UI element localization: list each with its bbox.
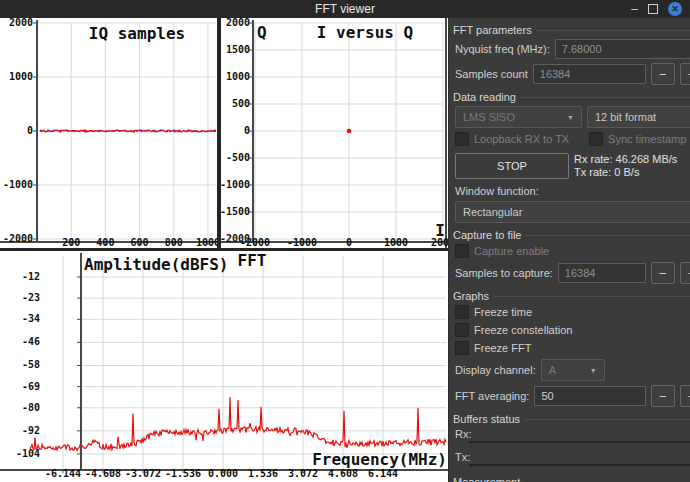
main-area: 2004006008001000200010000-1000-2000IQ sa… [0, 18, 690, 482]
x-tick-label: 1000 [384, 237, 408, 248]
samples-to-capture-decrement-button[interactable]: − [651, 262, 675, 284]
y-tick-label: -1000 [221, 179, 250, 190]
y-tick-label: -500 [226, 152, 250, 163]
window-function-select[interactable]: Rectangular ▼ [455, 201, 690, 223]
freeze-constellation-checkbox[interactable] [455, 323, 469, 337]
fft-plot[interactable]: -6.144-4.608-3.072-1.5360.0001.5363.0724… [0, 251, 448, 482]
y-axis-label: Amplitude(dBFS) [84, 255, 229, 274]
fft-averaging-input[interactable]: 50 [534, 386, 645, 406]
plots-column: 2004006008001000200010000-1000-2000IQ sa… [0, 18, 448, 482]
plot-title: FFT [238, 251, 267, 270]
rx-buffer-label: Rx: [455, 428, 472, 440]
sync-timestamp-checkbox[interactable] [589, 132, 603, 146]
section-data-reading: Data reading [453, 91, 690, 103]
stop-button[interactable]: STOP [455, 153, 569, 179]
window-buttons: – ✕ [631, 2, 690, 16]
title-bar[interactable]: FFT viewer – ✕ [0, 0, 690, 18]
fft-averaging-increment-button[interactable]: + [680, 385, 690, 407]
nyquist-freq-input[interactable]: 7.68000 [555, 39, 690, 59]
x-tick-label: 1000 [196, 237, 217, 248]
y-tick-label: -34 [22, 313, 40, 324]
chevron-down-icon: ▼ [567, 114, 574, 121]
constellation-point [347, 129, 351, 133]
x-tick-label: 4.608 [328, 468, 358, 479]
y-tick-label: -46 [22, 336, 40, 347]
tx-rate-text: Tx rate: 0 B/s [574, 166, 677, 179]
device-select[interactable]: LMS SISO ▼ [455, 106, 582, 128]
window-title: FFT viewer [0, 2, 690, 16]
plot-title: I versus Q [317, 23, 413, 42]
y-tick-label: -69 [22, 381, 40, 392]
x-axis-label: I [435, 221, 445, 240]
freeze-fft-checkbox[interactable] [455, 341, 469, 355]
y-tick-label: -1500 [221, 206, 250, 217]
y-axis-label: Q [257, 23, 267, 42]
tx-buffer-label: Tx: [455, 451, 470, 463]
x-tick-label: -3.072 [125, 468, 161, 479]
sync-timestamp-label: Sync timestamp [608, 133, 690, 145]
control-panel: FFT parameters Nyquist freq (MHz): 7.680… [448, 18, 690, 482]
y-tick-label: -92 [22, 425, 40, 436]
y-tick-label: 2000 [226, 18, 250, 28]
y-tick-label: 0 [244, 125, 250, 136]
display-channel-label: Display channel: [455, 364, 536, 376]
plot-title: IQ samples [89, 24, 185, 43]
x-tick-label: 3.072 [288, 468, 318, 479]
y-tick-label: 500 [232, 98, 250, 109]
iq-samples-plot[interactable]: 2004006008001000200010000-1000-2000IQ sa… [0, 18, 217, 248]
x-tick-label: -4.608 [85, 468, 121, 479]
freeze-fft-label: Freeze FFT [474, 342, 531, 354]
section-capture-to-file: Capture to file [453, 229, 690, 241]
y-tick-label: 1000 [226, 71, 250, 82]
y-tick-label: -1000 [3, 179, 33, 190]
stream-rates: Rx rate: 46.268 MB/s Tx rate: 0 B/s [574, 153, 677, 179]
x-tick-label: 0 [346, 237, 352, 248]
x-tick-label: 600 [131, 237, 149, 248]
y-tick-label: -2000 [3, 233, 33, 244]
section-title: Measurement [453, 476, 520, 482]
x-tick-label: 200 [62, 237, 80, 248]
section-title: Buffers status [453, 413, 520, 425]
section-fft-parameters: FFT parameters [453, 24, 690, 36]
sample-format-select[interactable]: 12 bit format ▼ [587, 106, 690, 128]
fft-averaging-label: FFT averaging: [455, 390, 529, 402]
close-button[interactable]: ✕ [668, 2, 682, 16]
top-plots: 2004006008001000200010000-1000-2000IQ sa… [0, 18, 448, 248]
freeze-constellation-label: Freeze constellation [474, 324, 572, 336]
capture-enable-label: Capture enable [474, 245, 549, 257]
samples-to-capture-input[interactable]: 16384 [558, 263, 646, 283]
x-axis-label: Frequency(MHz) [312, 450, 447, 469]
section-measurement: Measurement [453, 476, 690, 482]
maximize-button[interactable] [648, 4, 658, 14]
fft-averaging-decrement-button[interactable]: − [651, 385, 675, 407]
freeze-time-checkbox[interactable] [455, 305, 469, 319]
loopback-label: Loopback RX to TX [474, 133, 584, 145]
section-title: FFT parameters [453, 24, 532, 36]
y-tick-label: -80 [22, 402, 40, 413]
y-tick-label: -2000 [221, 233, 250, 244]
rx-buffer-progress [469, 441, 690, 443]
y-tick-label: 1000 [9, 71, 33, 82]
nyquist-freq-label: Nyquist freq (MHz): [455, 43, 550, 55]
section-title: Graphs [453, 290, 489, 302]
samples-count-decrement-button[interactable]: − [651, 63, 675, 85]
x-tick-label: 400 [96, 237, 114, 248]
y-tick-label: -12 [22, 271, 40, 282]
minimize-button[interactable]: – [631, 5, 638, 13]
y-tick-label: -23 [22, 292, 40, 303]
x-tick-label: 1.536 [248, 468, 278, 479]
loopback-checkbox[interactable] [455, 132, 469, 146]
y-tick-label: 0 [27, 125, 33, 136]
capture-enable-checkbox[interactable] [455, 244, 469, 258]
rx-rate-text: Rx rate: 46.268 MB/s [574, 153, 677, 166]
x-tick-label: -6.144 [45, 468, 81, 479]
samples-count-input[interactable]: 16384 [533, 64, 646, 84]
window-function-label: Window function: [455, 185, 539, 197]
section-title: Capture to file [453, 229, 521, 241]
samples-to-capture-increment-button[interactable]: + [680, 262, 690, 284]
display-channel-select[interactable]: A ▼ [541, 359, 605, 381]
constellation-plot[interactable]: -2000-10000100020002000150010005000-500-… [221, 18, 448, 248]
section-graphs: Graphs [453, 290, 690, 302]
chevron-down-icon: ▼ [590, 367, 597, 374]
samples-count-increment-button[interactable]: + [680, 63, 690, 85]
